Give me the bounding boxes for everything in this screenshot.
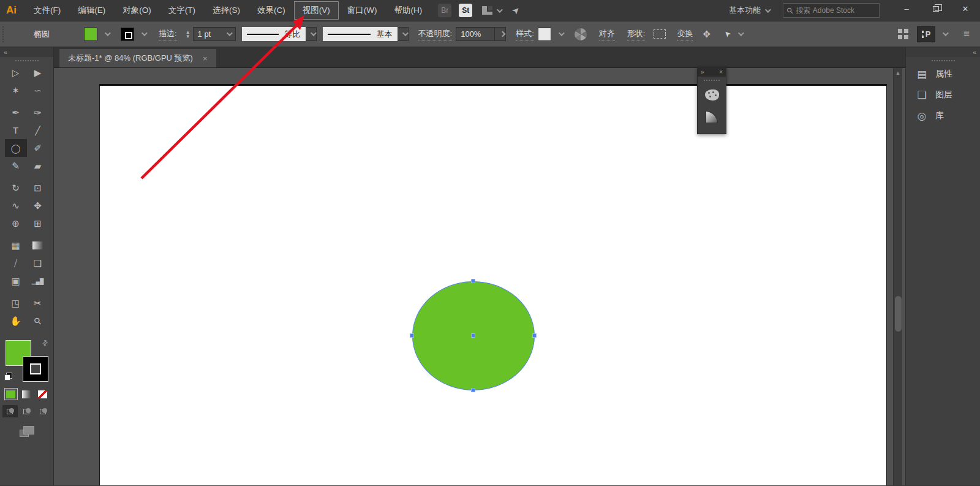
expand-panel-icon[interactable]: » [701, 69, 704, 75]
scrollbar-thumb[interactable] [895, 296, 902, 332]
stroke-color-proxy[interactable] [23, 356, 48, 382]
panel-drag-handle[interactable] [704, 80, 720, 81]
opacity-field[interactable]: 100% [456, 27, 495, 41]
gradient-tool[interactable] [27, 237, 49, 254]
rotate-tool[interactable]: ↻ [5, 179, 27, 197]
stroke-weight-stepper[interactable]: ▲▼ [186, 30, 190, 39]
line-segment-tool[interactable]: ╱ [27, 121, 49, 139]
fill-color-dropdown[interactable] [97, 29, 112, 39]
artboard-tool[interactable]: ◳ [5, 294, 27, 312]
swap-fill-stroke-icon[interactable]: ⇄ [40, 338, 50, 348]
shape-label[interactable]: 形状: [627, 28, 646, 40]
stroke-color-dropdown[interactable] [134, 29, 149, 39]
restore-button[interactable] [921, 0, 951, 17]
document-tab[interactable]: 未标题-1* @ 84% (RGB/GPU 预览) × [59, 49, 216, 67]
bounding-box-icon[interactable]: ✥ [703, 29, 710, 40]
panel-tab-libraries[interactable]: ◎ 库 [906, 105, 980, 126]
panel-tab-layers[interactable]: ❏ 图层 [906, 85, 980, 105]
panel-tab-properties[interactable]: ▤ 属性 [906, 64, 980, 85]
draw-behind-button[interactable] [19, 405, 34, 417]
center-point-handle[interactable] [471, 333, 475, 338]
transform-label[interactable]: 变换 [677, 28, 693, 40]
arrange-documents-button[interactable] [472, 6, 501, 15]
gradient-panel-button[interactable] [703, 108, 721, 126]
draw-normal-button[interactable] [2, 405, 18, 417]
panel-drag-handle[interactable] [932, 60, 955, 61]
menu-list-icon[interactable]: ≡ [963, 28, 969, 40]
share-icon[interactable]: ➤ [510, 4, 523, 17]
pen-tool[interactable]: ✒ [5, 104, 27, 121]
slice-tool[interactable]: ✂ [27, 294, 49, 312]
color-panel-button[interactable] [703, 86, 721, 104]
menu-help[interactable]: 帮助(H) [385, 1, 431, 20]
anchor-handle-right[interactable] [532, 333, 537, 338]
lasso-tool[interactable]: ∽ [27, 82, 49, 99]
recolor-artwork-icon[interactable] [575, 28, 587, 40]
search-input[interactable]: ⚲ 搜索 Adobe Stock [783, 3, 880, 18]
shape-builder-tool[interactable]: ⊕ [5, 215, 27, 232]
scale-tool[interactable]: ⊡ [27, 179, 49, 197]
menu-view[interactable]: 视图(V) [294, 1, 339, 20]
curvature-tool[interactable]: ✑ [27, 104, 49, 121]
menu-file[interactable]: 文件(F) [25, 1, 69, 20]
collapse-panels-button[interactable]: « [906, 47, 980, 57]
properties-panel-button[interactable]: P [917, 26, 935, 42]
free-transform-tool[interactable]: ✥ [27, 197, 49, 215]
menu-edit[interactable]: 编辑(E) [69, 1, 114, 20]
close-tab-icon[interactable]: × [203, 54, 208, 63]
draw-inside-button[interactable] [36, 405, 51, 417]
shaper-tool[interactable]: ✎ [5, 157, 27, 175]
symbol-sprayer-tool[interactable]: ▣ [5, 272, 27, 290]
direct-selection-tool[interactable]: ▶ [27, 64, 49, 82]
style-dropdown[interactable] [551, 29, 566, 39]
close-button[interactable]: ✕ [951, 0, 980, 17]
vertical-scrollbar[interactable]: ▲ [893, 68, 902, 485]
default-fill-stroke-icon[interactable] [4, 373, 12, 381]
stroke-weight-field[interactable]: 1 pt [193, 27, 236, 41]
collapse-tools-button[interactable]: « [0, 47, 53, 57]
mesh-tool[interactable]: ▦ [5, 237, 27, 254]
adjust-panel-grid-icon[interactable] [898, 29, 908, 39]
anchor-handle-bottom[interactable] [471, 388, 475, 392]
eraser-tool[interactable]: ▰ [27, 157, 49, 175]
select-similar-dropdown[interactable] [731, 29, 745, 39]
panel-options-dropdown[interactable] [935, 29, 950, 39]
eyedropper-tool[interactable]: ⧸ [5, 254, 27, 272]
menu-effect[interactable]: 效果(C) [249, 1, 294, 20]
width-profile-dropdown[interactable]: 等比 [242, 27, 306, 41]
stroke-color-swatch[interactable] [121, 28, 134, 41]
hand-tool[interactable]: ✋ [5, 312, 27, 330]
brush-definition-expand[interactable] [398, 27, 409, 41]
anchor-handle-top[interactable] [471, 279, 475, 283]
zoom-tool[interactable]: ⚲ [27, 312, 49, 330]
anchor-handle-left[interactable] [410, 333, 414, 338]
color-button[interactable] [4, 388, 18, 400]
column-graph-tool[interactable]: ▁▄█ [27, 272, 49, 290]
gradient-button[interactable] [20, 388, 34, 400]
close-panel-icon[interactable]: × [719, 69, 723, 75]
opacity-expand[interactable] [495, 27, 506, 41]
panel-grip[interactable] [2, 26, 4, 42]
menu-object[interactable]: 对象(O) [114, 1, 160, 20]
fill-color-swatch[interactable] [84, 28, 97, 41]
canvas[interactable]: ▲ [54, 68, 905, 485]
stock-icon[interactable]: St [459, 4, 472, 17]
blend-tool[interactable]: ❑ [27, 254, 49, 272]
perspective-grid-tool[interactable]: ⊞ [27, 215, 49, 232]
shape-properties-icon[interactable] [654, 29, 666, 39]
menu-window[interactable]: 窗口(W) [339, 1, 386, 20]
align-label[interactable]: 对齐 [599, 28, 615, 40]
panel-drag-handle[interactable] [15, 60, 39, 61]
paintbrush-tool[interactable]: ✐ [27, 139, 49, 157]
none-button[interactable] [36, 388, 50, 400]
menu-select[interactable]: 选择(S) [204, 1, 249, 20]
screen-mode-button[interactable] [20, 426, 34, 437]
brush-definition-dropdown[interactable]: 基本 [323, 27, 398, 41]
bridge-icon[interactable]: Br [438, 4, 451, 17]
width-profile-expand[interactable] [306, 27, 317, 41]
style-swatch[interactable] [538, 28, 551, 41]
workspace-switcher[interactable]: 基本功能 [729, 5, 769, 16]
minimize-button[interactable]: – [892, 0, 921, 17]
stroke-weight-label[interactable]: 描边: [159, 28, 177, 40]
style-label[interactable]: 样式: [516, 28, 534, 40]
